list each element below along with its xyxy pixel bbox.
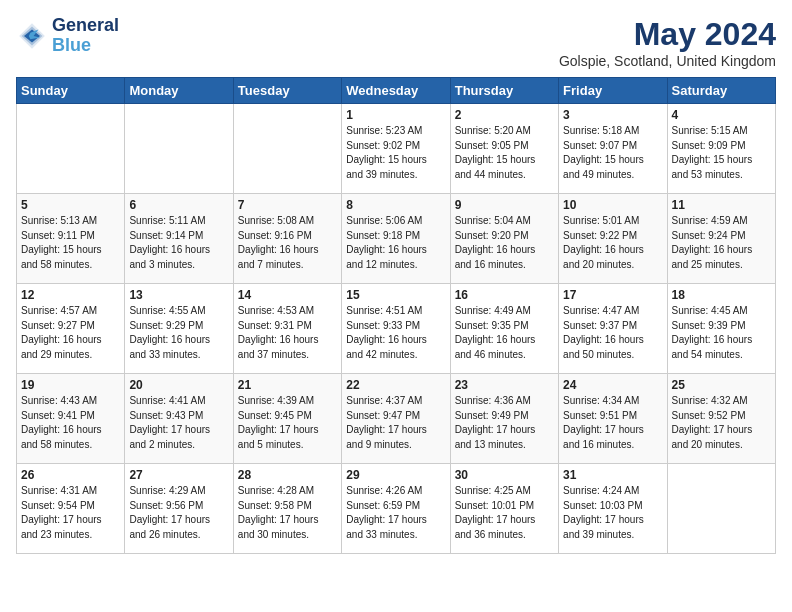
calendar-week-5: 26Sunrise: 4:31 AM Sunset: 9:54 PM Dayli… <box>17 464 776 554</box>
calendar-cell: 22Sunrise: 4:37 AM Sunset: 9:47 PM Dayli… <box>342 374 450 464</box>
calendar-cell: 24Sunrise: 4:34 AM Sunset: 9:51 PM Dayli… <box>559 374 667 464</box>
calendar-cell: 27Sunrise: 4:29 AM Sunset: 9:56 PM Dayli… <box>125 464 233 554</box>
day-number: 14 <box>238 288 337 302</box>
logo: General Blue <box>16 16 119 56</box>
day-info: Sunrise: 4:34 AM Sunset: 9:51 PM Dayligh… <box>563 394 662 452</box>
day-number: 24 <box>563 378 662 392</box>
calendar-cell: 8Sunrise: 5:06 AM Sunset: 9:18 PM Daylig… <box>342 194 450 284</box>
day-info: Sunrise: 4:49 AM Sunset: 9:35 PM Dayligh… <box>455 304 554 362</box>
day-number: 8 <box>346 198 445 212</box>
day-info: Sunrise: 4:31 AM Sunset: 9:54 PM Dayligh… <box>21 484 120 542</box>
calendar-cell: 18Sunrise: 4:45 AM Sunset: 9:39 PM Dayli… <box>667 284 775 374</box>
page-header: General Blue May 2024 Golspie, Scotland,… <box>16 16 776 69</box>
day-info: Sunrise: 5:18 AM Sunset: 9:07 PM Dayligh… <box>563 124 662 182</box>
calendar-week-1: 1Sunrise: 5:23 AM Sunset: 9:02 PM Daylig… <box>17 104 776 194</box>
calendar-cell: 5Sunrise: 5:13 AM Sunset: 9:11 PM Daylig… <box>17 194 125 284</box>
day-header-friday: Friday <box>559 78 667 104</box>
day-number: 1 <box>346 108 445 122</box>
day-number: 23 <box>455 378 554 392</box>
day-number: 29 <box>346 468 445 482</box>
calendar-cell: 20Sunrise: 4:41 AM Sunset: 9:43 PM Dayli… <box>125 374 233 464</box>
day-number: 28 <box>238 468 337 482</box>
calendar-cell <box>667 464 775 554</box>
day-header-tuesday: Tuesday <box>233 78 341 104</box>
calendar-cell: 21Sunrise: 4:39 AM Sunset: 9:45 PM Dayli… <box>233 374 341 464</box>
day-number: 6 <box>129 198 228 212</box>
calendar-cell: 1Sunrise: 5:23 AM Sunset: 9:02 PM Daylig… <box>342 104 450 194</box>
day-info: Sunrise: 4:39 AM Sunset: 9:45 PM Dayligh… <box>238 394 337 452</box>
calendar-cell: 2Sunrise: 5:20 AM Sunset: 9:05 PM Daylig… <box>450 104 558 194</box>
day-header-wednesday: Wednesday <box>342 78 450 104</box>
calendar-cell <box>233 104 341 194</box>
day-number: 15 <box>346 288 445 302</box>
logo-text: General Blue <box>52 16 119 56</box>
day-info: Sunrise: 5:20 AM Sunset: 9:05 PM Dayligh… <box>455 124 554 182</box>
day-number: 7 <box>238 198 337 212</box>
day-number: 10 <box>563 198 662 212</box>
calendar-cell: 30Sunrise: 4:25 AM Sunset: 10:01 PM Dayl… <box>450 464 558 554</box>
day-info: Sunrise: 4:57 AM Sunset: 9:27 PM Dayligh… <box>21 304 120 362</box>
day-number: 25 <box>672 378 771 392</box>
calendar-week-3: 12Sunrise: 4:57 AM Sunset: 9:27 PM Dayli… <box>17 284 776 374</box>
month-title: May 2024 <box>559 16 776 53</box>
day-info: Sunrise: 4:24 AM Sunset: 10:03 PM Daylig… <box>563 484 662 542</box>
day-info: Sunrise: 5:06 AM Sunset: 9:18 PM Dayligh… <box>346 214 445 272</box>
location-subtitle: Golspie, Scotland, United Kingdom <box>559 53 776 69</box>
logo-icon <box>16 20 48 52</box>
day-number: 2 <box>455 108 554 122</box>
day-info: Sunrise: 4:51 AM Sunset: 9:33 PM Dayligh… <box>346 304 445 362</box>
day-number: 27 <box>129 468 228 482</box>
calendar-cell: 19Sunrise: 4:43 AM Sunset: 9:41 PM Dayli… <box>17 374 125 464</box>
day-info: Sunrise: 4:47 AM Sunset: 9:37 PM Dayligh… <box>563 304 662 362</box>
day-number: 4 <box>672 108 771 122</box>
day-info: Sunrise: 5:23 AM Sunset: 9:02 PM Dayligh… <box>346 124 445 182</box>
day-number: 31 <box>563 468 662 482</box>
day-header-monday: Monday <box>125 78 233 104</box>
day-info: Sunrise: 4:28 AM Sunset: 9:58 PM Dayligh… <box>238 484 337 542</box>
day-info: Sunrise: 5:15 AM Sunset: 9:09 PM Dayligh… <box>672 124 771 182</box>
day-number: 17 <box>563 288 662 302</box>
day-info: Sunrise: 5:11 AM Sunset: 9:14 PM Dayligh… <box>129 214 228 272</box>
calendar-cell: 26Sunrise: 4:31 AM Sunset: 9:54 PM Dayli… <box>17 464 125 554</box>
day-number: 19 <box>21 378 120 392</box>
calendar-cell: 17Sunrise: 4:47 AM Sunset: 9:37 PM Dayli… <box>559 284 667 374</box>
calendar-cell: 16Sunrise: 4:49 AM Sunset: 9:35 PM Dayli… <box>450 284 558 374</box>
day-info: Sunrise: 4:43 AM Sunset: 9:41 PM Dayligh… <box>21 394 120 452</box>
day-info: Sunrise: 4:53 AM Sunset: 9:31 PM Dayligh… <box>238 304 337 362</box>
day-number: 30 <box>455 468 554 482</box>
day-info: Sunrise: 4:25 AM Sunset: 10:01 PM Daylig… <box>455 484 554 542</box>
calendar-cell: 28Sunrise: 4:28 AM Sunset: 9:58 PM Dayli… <box>233 464 341 554</box>
calendar-cell: 7Sunrise: 5:08 AM Sunset: 9:16 PM Daylig… <box>233 194 341 284</box>
day-info: Sunrise: 4:26 AM Sunset: 6:59 PM Dayligh… <box>346 484 445 542</box>
calendar-cell <box>17 104 125 194</box>
day-number: 16 <box>455 288 554 302</box>
calendar-cell: 23Sunrise: 4:36 AM Sunset: 9:49 PM Dayli… <box>450 374 558 464</box>
day-number: 5 <box>21 198 120 212</box>
day-number: 20 <box>129 378 228 392</box>
day-number: 11 <box>672 198 771 212</box>
calendar-cell: 10Sunrise: 5:01 AM Sunset: 9:22 PM Dayli… <box>559 194 667 284</box>
calendar-cell: 31Sunrise: 4:24 AM Sunset: 10:03 PM Dayl… <box>559 464 667 554</box>
day-info: Sunrise: 5:04 AM Sunset: 9:20 PM Dayligh… <box>455 214 554 272</box>
calendar-cell: 15Sunrise: 4:51 AM Sunset: 9:33 PM Dayli… <box>342 284 450 374</box>
calendar-cell: 25Sunrise: 4:32 AM Sunset: 9:52 PM Dayli… <box>667 374 775 464</box>
title-block: May 2024 Golspie, Scotland, United Kingd… <box>559 16 776 69</box>
day-info: Sunrise: 4:36 AM Sunset: 9:49 PM Dayligh… <box>455 394 554 452</box>
day-number: 26 <box>21 468 120 482</box>
calendar-header-row: SundayMondayTuesdayWednesdayThursdayFrid… <box>17 78 776 104</box>
calendar-cell: 11Sunrise: 4:59 AM Sunset: 9:24 PM Dayli… <box>667 194 775 284</box>
calendar-cell: 3Sunrise: 5:18 AM Sunset: 9:07 PM Daylig… <box>559 104 667 194</box>
day-info: Sunrise: 4:37 AM Sunset: 9:47 PM Dayligh… <box>346 394 445 452</box>
day-info: Sunrise: 4:29 AM Sunset: 9:56 PM Dayligh… <box>129 484 228 542</box>
day-number: 3 <box>563 108 662 122</box>
day-info: Sunrise: 5:13 AM Sunset: 9:11 PM Dayligh… <box>21 214 120 272</box>
calendar-cell: 4Sunrise: 5:15 AM Sunset: 9:09 PM Daylig… <box>667 104 775 194</box>
calendar-cell <box>125 104 233 194</box>
day-info: Sunrise: 4:59 AM Sunset: 9:24 PM Dayligh… <box>672 214 771 272</box>
calendar-cell: 12Sunrise: 4:57 AM Sunset: 9:27 PM Dayli… <box>17 284 125 374</box>
calendar-cell: 9Sunrise: 5:04 AM Sunset: 9:20 PM Daylig… <box>450 194 558 284</box>
day-header-sunday: Sunday <box>17 78 125 104</box>
day-number: 13 <box>129 288 228 302</box>
calendar-week-4: 19Sunrise: 4:43 AM Sunset: 9:41 PM Dayli… <box>17 374 776 464</box>
calendar-cell: 29Sunrise: 4:26 AM Sunset: 6:59 PM Dayli… <box>342 464 450 554</box>
